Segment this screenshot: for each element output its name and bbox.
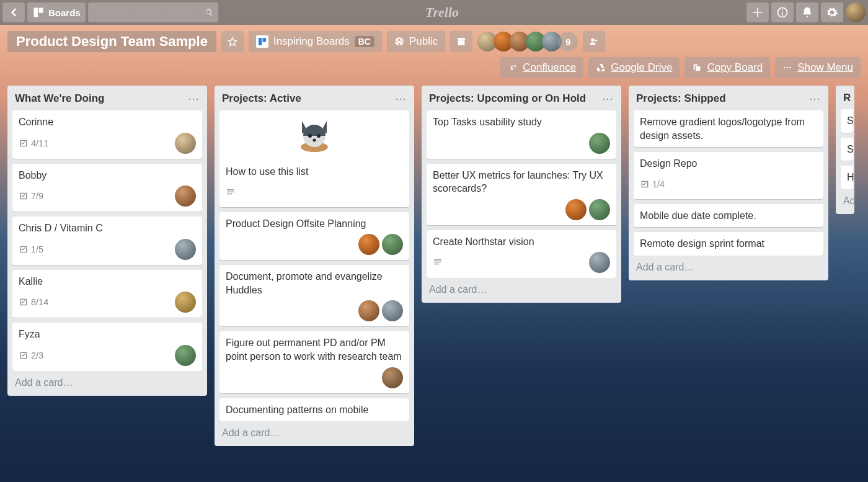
member-avatar[interactable] bbox=[175, 292, 196, 313]
list-menu-button[interactable]: ⋯ bbox=[602, 92, 614, 105]
list-title[interactable]: Projects: Upcoming or On Hold bbox=[429, 92, 586, 105]
dots-icon bbox=[782, 63, 792, 73]
list-title[interactable]: R bbox=[843, 92, 851, 104]
card[interactable]: Fyza2/3 bbox=[12, 323, 202, 371]
list-menu-button[interactable]: ⋯ bbox=[395, 92, 407, 105]
card-meta: 8/14 bbox=[19, 292, 196, 313]
confluence-button[interactable]: Confluence bbox=[500, 57, 583, 78]
workspace-button[interactable]: Inspiring Boards BC bbox=[249, 31, 382, 52]
card-meta bbox=[226, 234, 403, 255]
card[interactable]: Chris D / Vitamin C1/5 bbox=[12, 216, 202, 265]
gear-icon bbox=[826, 6, 838, 19]
checklist-icon bbox=[19, 297, 29, 307]
card[interactable]: Top Tasks usability study bbox=[427, 110, 616, 159]
description-badge bbox=[433, 257, 443, 267]
add-card-button[interactable]: Add a card… bbox=[629, 256, 828, 280]
checklist-count: 7/9 bbox=[31, 191, 43, 201]
card-badges: 1/5 bbox=[19, 244, 43, 254]
list-title[interactable]: What We're Doing bbox=[15, 92, 104, 105]
card[interactable]: Create Northstar vision bbox=[427, 230, 616, 279]
visibility-button[interactable]: Public bbox=[387, 31, 445, 52]
archive-button[interactable] bbox=[450, 31, 472, 52]
member-avatar[interactable] bbox=[589, 133, 610, 154]
member-avatar[interactable] bbox=[358, 234, 379, 255]
card[interactable]: Better UX metrics for launches: Try UX s… bbox=[427, 164, 616, 225]
member-avatar[interactable] bbox=[175, 345, 196, 366]
show-menu-button[interactable]: Show Menu bbox=[775, 57, 861, 78]
star-board-button[interactable] bbox=[221, 31, 244, 52]
member-avatar[interactable] bbox=[175, 185, 196, 207]
user-avatar[interactable] bbox=[846, 2, 866, 22]
member-avatar[interactable] bbox=[589, 252, 610, 273]
boards-button[interactable]: Boards bbox=[27, 2, 86, 22]
notifications-button[interactable] bbox=[796, 2, 818, 22]
card[interactable]: Design Repo1/4 bbox=[634, 152, 823, 199]
copy-board-button[interactable]: Copy Board bbox=[684, 57, 770, 78]
card-title: Mobile due date complete. bbox=[640, 209, 817, 223]
member-avatar[interactable] bbox=[382, 367, 403, 388]
add-card-button[interactable]: Ad bbox=[836, 189, 854, 214]
info-button[interactable] bbox=[771, 2, 794, 22]
add-card-button[interactable]: Add a card… bbox=[7, 371, 207, 396]
card-meta: 4/11 bbox=[19, 133, 196, 154]
member-avatar[interactable] bbox=[175, 133, 196, 154]
card-title: Product Design Offsite Planning bbox=[226, 217, 403, 231]
member-avatar[interactable] bbox=[565, 199, 587, 220]
search-field[interactable] bbox=[88, 2, 218, 22]
card[interactable]: H bbox=[841, 166, 853, 189]
checklist-icon bbox=[19, 350, 29, 360]
card[interactable]: Product Design Offsite Planning bbox=[219, 212, 409, 261]
member-avatar[interactable] bbox=[358, 300, 379, 321]
card-title: How to use this list bbox=[226, 165, 403, 179]
member-avatar[interactable] bbox=[382, 234, 403, 255]
back-button[interactable] bbox=[2, 2, 25, 22]
board-canvas[interactable]: What We're Doing⋯Corinne4/11Bobby7/9Chri… bbox=[0, 82, 868, 482]
member-avatar[interactable] bbox=[382, 300, 403, 321]
card[interactable]: Corinne4/11 bbox=[12, 110, 202, 159]
card[interactable]: S bbox=[841, 109, 853, 133]
list-menu-button[interactable]: ⋯ bbox=[188, 92, 200, 105]
member-avatar[interactable] bbox=[175, 239, 196, 260]
list-title[interactable]: Projects: Active bbox=[222, 92, 301, 105]
app-logo[interactable]: Trello bbox=[409, 4, 459, 20]
svg-point-5 bbox=[308, 134, 312, 138]
card[interactable]: S bbox=[841, 138, 853, 161]
archive-icon bbox=[456, 37, 466, 47]
card[interactable]: Bobby7/9 bbox=[12, 164, 202, 212]
card[interactable]: Kallie8/14 bbox=[12, 270, 202, 318]
settings-button[interactable] bbox=[821, 2, 843, 22]
checklist-count: 4/11 bbox=[31, 138, 48, 148]
list-header: Projects: Shipped⋯ bbox=[629, 86, 828, 110]
card-members bbox=[175, 239, 196, 260]
list-cards: Remove gradient logos/logotype from desi… bbox=[629, 110, 828, 256]
card-meta bbox=[433, 199, 610, 220]
board-members[interactable]: 9 bbox=[477, 32, 578, 51]
gdrive-button[interactable]: Google Drive bbox=[588, 57, 680, 78]
list-menu-button[interactable]: ⋯ bbox=[809, 92, 821, 105]
card-cover bbox=[219, 110, 409, 159]
checklist-badge: 1/4 bbox=[640, 179, 665, 189]
board-title[interactable]: Product Design Team Sample bbox=[7, 31, 216, 52]
member-avatar[interactable] bbox=[589, 199, 610, 220]
create-button[interactable] bbox=[746, 2, 769, 22]
card[interactable]: Mobile due date complete. bbox=[634, 204, 823, 228]
search-input[interactable] bbox=[93, 7, 202, 17]
card[interactable]: Document, promote and evangelize Huddles bbox=[219, 265, 409, 326]
card-badges: 1/4 bbox=[640, 179, 665, 189]
svg-point-6 bbox=[317, 134, 321, 138]
card[interactable]: Remote design sprint format bbox=[634, 232, 823, 256]
list: Projects: Active⋯ How to use this listPr… bbox=[215, 86, 414, 446]
add-card-button[interactable]: Add a card… bbox=[215, 421, 414, 446]
member-overflow[interactable]: 9 bbox=[558, 32, 578, 51]
card[interactable]: Remove gradient logos/logotype from desi… bbox=[634, 110, 823, 147]
add-card-button[interactable]: Add a card… bbox=[422, 278, 621, 303]
boards-icon bbox=[32, 6, 45, 19]
invite-button[interactable] bbox=[583, 31, 605, 52]
card[interactable]: Documenting patterns on mobile bbox=[219, 398, 409, 422]
list-title[interactable]: Projects: Shipped bbox=[636, 92, 726, 105]
card[interactable]: How to use this list bbox=[219, 110, 409, 207]
card[interactable]: Figure out permanent PD and/or PM point … bbox=[219, 331, 409, 393]
trello-icon bbox=[256, 35, 268, 48]
copy-board-label: Copy Board bbox=[707, 61, 763, 74]
checklist-badge: 1/5 bbox=[19, 244, 43, 254]
